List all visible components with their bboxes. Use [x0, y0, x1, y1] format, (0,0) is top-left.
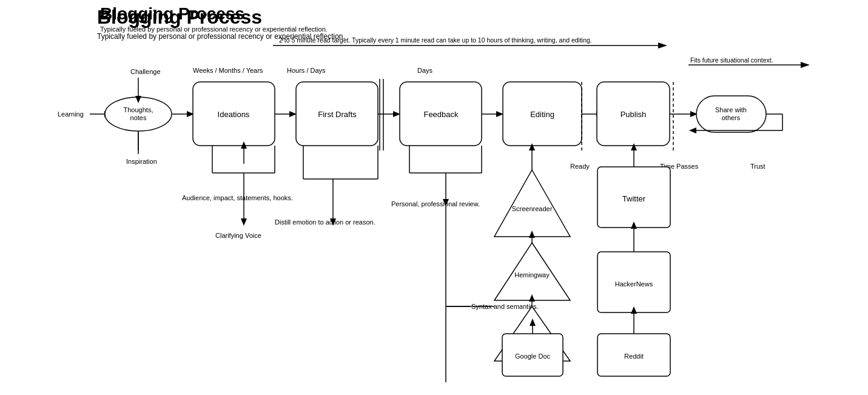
- svg-rect-30: [296, 82, 378, 146]
- svg-rect-41: [503, 82, 582, 146]
- svg-marker-29: [289, 111, 297, 117]
- svg-text:Personal, professional review.: Personal, professional review.: [391, 200, 480, 208]
- svg-rect-26: [193, 82, 275, 146]
- svg-marker-46: [596, 111, 604, 117]
- svg-text:HackerNews: HackerNews: [615, 280, 653, 288]
- svg-marker-59: [689, 127, 696, 133]
- svg-text:Reddit: Reddit: [624, 353, 644, 360]
- svg-marker-108: [631, 221, 637, 229]
- svg-text:Share with: Share with: [715, 106, 747, 113]
- svg-text:Twitter: Twitter: [622, 194, 646, 203]
- svg-marker-75: [330, 218, 336, 226]
- svg-text:Editing: Editing: [530, 110, 554, 119]
- svg-text:Learning: Learning: [58, 110, 84, 118]
- svg-rect-47: [597, 82, 670, 146]
- svg-marker-36: [393, 111, 400, 117]
- svg-text:Clarifying Voice: Clarifying Voice: [215, 232, 261, 239]
- svg-text:Audience, impact, statements, : Audience, impact, statements, hooks.: [182, 194, 293, 201]
- svg-marker-96: [529, 294, 535, 302]
- svg-text:Trust: Trust: [750, 163, 765, 170]
- svg-rect-101: [597, 167, 670, 228]
- svg-text:Inspiration: Inspiration: [126, 158, 157, 165]
- svg-marker-93: [494, 306, 570, 361]
- svg-marker-40: [496, 111, 503, 117]
- svg-text:Feedback: Feedback: [423, 110, 459, 119]
- svg-text:Publish: Publish: [621, 110, 647, 119]
- svg-marker-65: [241, 141, 247, 149]
- svg-marker-6: [801, 62, 810, 68]
- page-subtitle: Typically fueled by personal or professi…: [97, 32, 345, 41]
- svg-text:Time Passes: Time Passes: [660, 163, 699, 170]
- svg-marker-104: [631, 143, 637, 150]
- svg-marker-22: [135, 127, 141, 131]
- svg-text:Days: Days: [417, 67, 433, 74]
- page-title: Blogging Process: [97, 6, 345, 29]
- svg-point-14: [105, 97, 172, 131]
- svg-rect-105: [597, 252, 670, 312]
- svg-text:notes: notes: [130, 114, 147, 121]
- svg-marker-112: [631, 306, 637, 314]
- svg-marker-100: [530, 319, 536, 326]
- svg-marker-88: [529, 143, 535, 150]
- svg-text:Distill emotion to action or r: Distill emotion to action or reason.: [275, 218, 375, 226]
- svg-text:Hours / Days: Hours / Days: [287, 67, 326, 74]
- svg-text:Ideations: Ideations: [218, 110, 250, 119]
- svg-marker-89: [494, 243, 570, 300]
- svg-marker-68: [241, 218, 247, 226]
- svg-marker-13: [104, 111, 112, 117]
- svg-marker-19: [135, 96, 141, 103]
- svg-marker-92: [529, 231, 535, 238]
- svg-text:others: others: [722, 114, 741, 121]
- svg-marker-25: [187, 111, 194, 117]
- svg-text:Challenge: Challenge: [130, 68, 161, 75]
- svg-rect-37: [400, 82, 482, 146]
- svg-rect-97: [502, 334, 563, 376]
- svg-rect-53: [696, 96, 766, 132]
- svg-text:Grammarly: Grammarly: [516, 333, 549, 340]
- svg-text:Weeks / Months / Years: Weeks / Months / Years: [193, 67, 263, 74]
- svg-text:Fits future situational contex: Fits future situational context.: [690, 56, 773, 64]
- svg-marker-52: [690, 111, 698, 117]
- svg-text:Hemingway: Hemingway: [514, 271, 550, 279]
- svg-marker-81: [443, 199, 449, 206]
- svg-text:Thoughts,: Thoughts,: [124, 106, 153, 113]
- svg-text:Google Doc: Google Doc: [515, 353, 551, 360]
- svg-text:Syntax and semantics.: Syntax and semantics.: [471, 303, 539, 310]
- svg-text:Ready: Ready: [570, 163, 590, 170]
- svg-rect-109: [597, 334, 670, 376]
- svg-text:Screenreader: Screenreader: [512, 205, 553, 212]
- svg-marker-3: [658, 42, 667, 49]
- svg-marker-85: [494, 170, 570, 237]
- svg-text:First Drafts: First Drafts: [318, 110, 357, 119]
